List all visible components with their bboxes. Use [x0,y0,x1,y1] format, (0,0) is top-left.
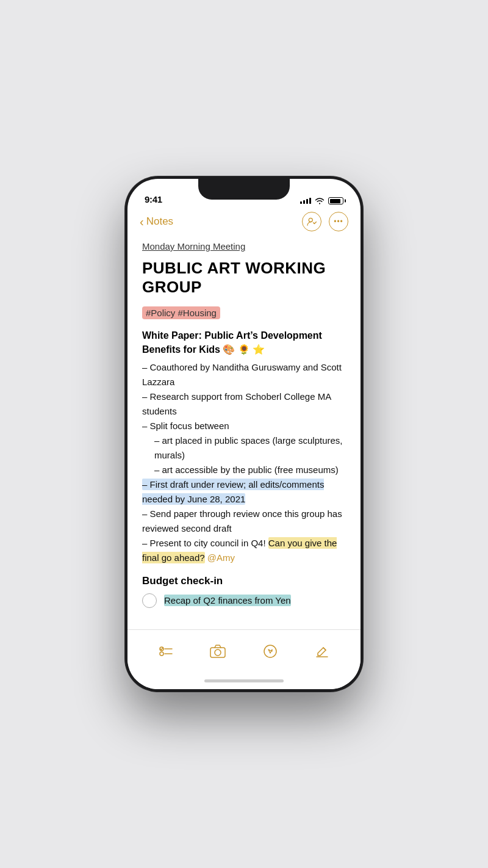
checklist-text: Recap of Q2 finances from Yen [164,593,291,608]
line-7: – Send paper through review once this gr… [142,507,346,536]
line-1: – Coauthored by Nanditha Guruswamy and S… [142,360,346,389]
budget-section: Budget check-in Recap of Q2 finances fro… [142,575,346,608]
highlight-yellow-text: Can you give the final go ahead? [142,537,337,563]
line-8: – Present to city council in Q4! Can you… [142,536,346,565]
chevron-left-icon: ‹ [140,215,144,228]
home-indicator [127,672,361,689]
status-time: 9:41 [145,194,162,204]
nav-actions: ••• [302,212,348,231]
svg-point-3 [160,652,163,656]
ellipsis-icon: ••• [334,217,343,226]
hashtag-block: #Policy #Housing [142,306,220,319]
compass-button[interactable] [258,639,282,664]
nav-bar: ‹ Notes ••• [127,209,361,236]
mention-amy: @Amy [207,552,235,563]
compose-button[interactable] [310,639,334,664]
home-bar [204,679,284,682]
note-subtitle: Monday Morning Meeting [142,241,346,251]
line-3: – Split focus between [142,419,346,433]
note-content: Monday Morning Meeting PUBLIC ART WORKIN… [127,236,361,629]
compose-icon [315,645,329,658]
checklist-button[interactable] [154,639,178,664]
budget-title: Budget check-in [142,575,346,587]
person-check-icon [307,217,317,226]
status-icons [300,197,343,204]
toolbar [127,629,361,672]
more-button[interactable]: ••• [329,212,348,231]
white-paper-title: White Paper: Public Art’s Development Be… [142,329,346,356]
svg-point-6 [215,649,221,656]
signal-bars-icon [300,198,311,204]
battery-icon [328,197,343,204]
wifi-icon [315,197,325,204]
checklist-item: Recap of Q2 finances from Yen [142,593,346,608]
svg-point-0 [309,218,312,222]
back-label: Notes [146,215,173,228]
note-title: PUBLIC ART WORKING GROUP [142,259,346,297]
back-button[interactable]: ‹ Notes [140,215,173,228]
camera-button[interactable] [206,639,230,664]
share-button[interactable] [302,212,321,231]
line-2: – Research support from Schoberl College… [142,389,346,419]
line-4: – art placed in public spaces (large scu… [142,433,346,463]
checkbox[interactable] [142,593,157,608]
line-6: – First draft under review; all edits/co… [142,477,346,507]
highlight-teal-text: Recap of Q2 finances from Yen [164,595,291,606]
checklist-icon [159,645,173,658]
svg-point-7 [264,645,276,657]
highlight-blue-text: – First draft under review; all edits/co… [142,479,324,505]
camera-icon [210,645,226,658]
compass-icon [263,644,278,659]
line-5: – art accessible by the public (free mus… [142,463,346,477]
